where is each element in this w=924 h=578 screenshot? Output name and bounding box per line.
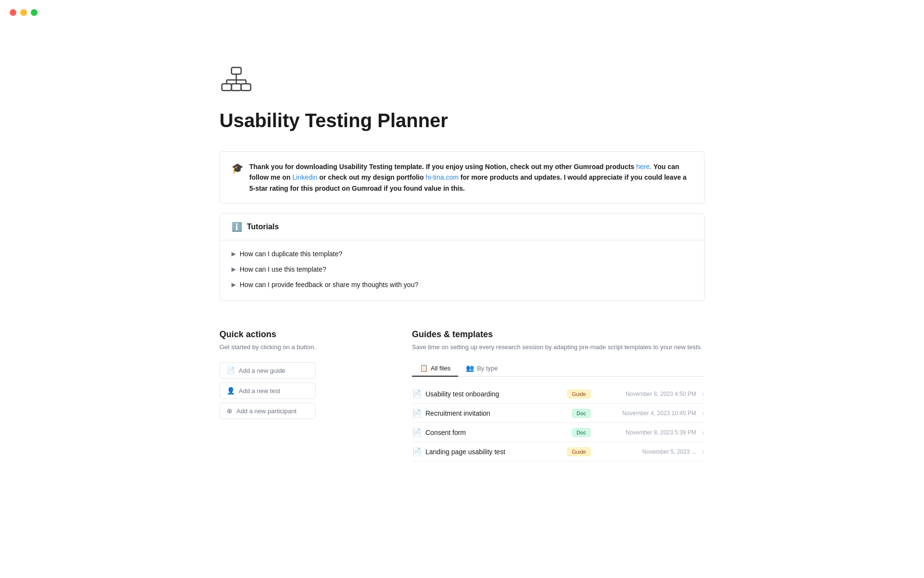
quick-actions: Quick actions Get started by clicking on… [219,329,383,423]
all-files-icon: 📋 [420,364,428,372]
main-content: Usability Testing Planner 🎓 Thank you fo… [173,0,751,461]
title-bar [0,0,924,25]
tab-by-type[interactable]: 👥 By type [458,360,505,377]
add-test-label: Add a new test [239,387,280,394]
add-guide-label: Add a new guide [239,367,285,374]
file-badge-3: Guide [567,447,590,456]
minimize-button[interactable] [20,9,27,16]
file-icon-0: 📄 [412,389,425,398]
file-row-1[interactable]: 📄 Recruitment invitation Doc November 4,… [412,404,705,423]
svg-rect-2 [231,84,241,91]
person-add-icon: 👤 [227,387,235,394]
hi-tina-link[interactable]: hi-tina.com [425,173,458,181]
file-icon-3: 📄 [412,447,425,456]
chevron-right-icon-2: › [702,428,705,437]
linkedin-link[interactable]: Linkedin [292,173,317,181]
quick-actions-title: Quick actions [219,329,383,340]
add-participant-button[interactable]: ⊕ Add a new participant [219,403,316,419]
maximize-button[interactable] [31,9,38,16]
file-row-0[interactable]: 📄 Usability test onboarding Guide Novemb… [412,384,705,404]
callout-text: Thank you for downloading Usability Test… [249,161,693,194]
toggle-icon-0: ▶ [231,250,236,257]
tutorials-header: ℹ️ Tutorials [220,214,704,240]
info-icon: ℹ️ [231,222,242,232]
page-title: Usability Testing Planner [219,109,705,132]
here-link[interactable]: here [636,163,650,171]
file-badge-2: Doc [572,428,590,437]
svg-rect-3 [241,84,251,91]
file-badge-0: Guide [567,390,590,398]
file-date-0: November 8, 2023 4:50 PM [600,391,696,397]
document-add-icon: 📄 [227,367,235,374]
tutorial-label-1: How can I use this template? [240,265,326,273]
guides-section: Guides & templates Save time on setting … [412,329,705,461]
chevron-right-icon-1: › [702,409,705,418]
file-name-2: Consent form [425,429,572,436]
callout-icon: 🎓 [231,162,244,174]
toggle-icon-1: ▶ [231,266,236,273]
tutorials-title: Tutorials [247,223,279,231]
files-table: 📄 Usability test onboarding Guide Novemb… [412,384,705,461]
tutorials-items: ▶ How can I duplicate this template? ▶ H… [220,240,704,300]
tab-by-type-label: By type [477,365,498,372]
file-row-3[interactable]: 📄 Landing page usability test Guide Nove… [412,442,705,461]
quick-actions-subtitle: Get started by clicking on a button. [219,343,383,351]
add-participant-label: Add a new participant [236,407,296,415]
tutorial-label-0: How can I duplicate this template? [240,250,342,258]
two-col-section: Quick actions Get started by clicking on… [219,329,705,461]
file-name-0: Usability test onboarding [425,390,567,398]
file-row-2[interactable]: 📄 Consent form Doc November 8, 2023 5:39… [412,423,705,442]
file-date-3: November 5, 2023 ... [600,448,696,455]
page-icon [219,64,705,99]
tutorial-item-0[interactable]: ▶ How can I duplicate this template? [231,246,693,262]
add-guide-button[interactable]: 📄 Add a new guide [219,362,316,379]
toggle-icon-2: ▶ [231,281,236,288]
chevron-right-icon-3: › [702,447,705,456]
tutorial-item-2[interactable]: ▶ How can I provide feedback or share my… [231,277,693,292]
file-icon-1: 📄 [412,408,425,418]
tutorial-label-2: How can I provide feedback or share my t… [240,281,418,289]
tab-all-files-label: All files [431,365,450,372]
file-name-1: Recruitment invitation [425,409,572,417]
svg-rect-0 [231,67,241,74]
circle-add-icon: ⊕ [227,407,232,415]
file-icon-2: 📄 [412,428,425,437]
close-button[interactable] [10,9,16,16]
svg-rect-1 [222,84,231,91]
guides-subtitle: Save time on setting up every research s… [412,343,705,351]
callout-box: 🎓 Thank you for downloading Usability Te… [219,151,705,204]
tutorial-item-1[interactable]: ▶ How can I use this template? [231,262,693,277]
chevron-right-icon-0: › [702,390,705,398]
guides-title: Guides & templates [412,329,705,340]
tutorials-box: ℹ️ Tutorials ▶ How can I duplicate this … [219,213,705,301]
file-badge-1: Doc [572,409,590,418]
network-diagram-icon [219,64,253,97]
guides-tabs: 📋 All files 👥 By type [412,360,705,377]
by-type-icon: 👥 [466,364,474,372]
tab-all-files[interactable]: 📋 All files [412,360,458,377]
add-test-button[interactable]: 👤 Add a new test [219,382,316,399]
file-name-3: Landing page usability test [425,448,567,456]
file-date-1: November 4, 2023 10:45 PM [600,410,696,417]
file-date-2: November 8, 2023 5:39 PM [600,429,696,436]
